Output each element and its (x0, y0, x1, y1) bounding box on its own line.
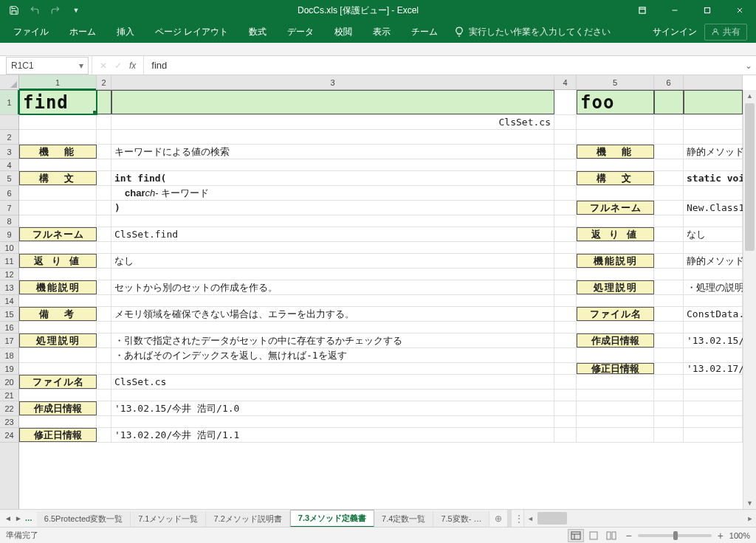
cell[interactable] (554, 348, 577, 362)
label-file[interactable]: ファイル名 (19, 375, 97, 389)
formula-expand-icon[interactable]: ⌄ (741, 60, 756, 71)
cell[interactable] (654, 254, 684, 268)
cell[interactable] (111, 159, 554, 170)
cell-bikou-val[interactable]: メモリ領域を確保できない場合は、エラーを出力する。 (111, 307, 554, 321)
label-return[interactable]: 返 り 値 (19, 254, 97, 268)
tab-options-icon[interactable]: ⋮ (515, 513, 523, 524)
scroll-left-icon[interactable]: ◄ (524, 510, 536, 527)
row-header[interactable]: 1 (0, 90, 18, 115)
cell[interactable] (97, 186, 111, 200)
sheet-tab[interactable]: 7.4定数一覧 (374, 511, 433, 527)
cell[interactable] (654, 201, 684, 215)
cell[interactable] (654, 375, 684, 389)
cell-kinou-val[interactable]: キーワードによる値の検索 (111, 145, 554, 159)
cell[interactable] (19, 115, 97, 129)
cell[interactable] (97, 269, 111, 280)
label-return-r[interactable]: 返 り 値 (577, 227, 654, 241)
row-header[interactable]: 15 (0, 307, 18, 322)
cell[interactable] (684, 348, 743, 362)
add-sheet-button[interactable]: ⊕ (489, 510, 507, 527)
select-all-corner[interactable] (0, 75, 19, 90)
cell-funcdesc-val-r[interactable]: 静的メソッドの (684, 254, 743, 268)
cell[interactable] (654, 333, 684, 347)
cell-created-val[interactable]: '13.02.15/今井 浩司/1.0 (111, 401, 554, 415)
cell[interactable] (684, 130, 743, 144)
cell[interactable] (654, 186, 684, 200)
cell[interactable] (577, 215, 654, 226)
cell[interactable] (97, 130, 111, 144)
scrollbar-thumb[interactable] (745, 103, 755, 251)
cell[interactable] (111, 215, 554, 226)
cell[interactable] (577, 186, 654, 200)
label-file-r[interactable]: ファイル名 (577, 307, 654, 321)
sheet-tab[interactable]: 7.3メソッド定義書 (290, 510, 374, 528)
cell-fullname-val[interactable]: ClsSet.find (111, 227, 554, 241)
zoom-out-button[interactable]: − (625, 530, 631, 542)
cell[interactable] (97, 242, 111, 253)
cell[interactable] (684, 115, 743, 129)
cell[interactable] (577, 375, 654, 389)
horizontal-scrollbar[interactable]: ◄ ► (523, 510, 756, 527)
worksheet-grid[interactable]: 123456 123456789101112131415161718192021… (0, 75, 756, 509)
row-header[interactable]: 5 (0, 171, 18, 186)
row-header[interactable]: 12 (0, 269, 18, 280)
cell-return-val-r[interactable]: なし (684, 227, 743, 241)
cell[interactable] (577, 115, 654, 129)
cell[interactable] (554, 254, 577, 268)
cell[interactable] (97, 215, 111, 226)
cell[interactable] (111, 295, 554, 306)
cell[interactable] (684, 159, 743, 170)
label-created-r[interactable]: 作成日情報 (577, 333, 654, 347)
cell[interactable] (654, 130, 684, 144)
cell[interactable] (554, 295, 577, 306)
cell[interactable] (554, 171, 577, 185)
undo-icon[interactable] (25, 1, 44, 19)
cell-proc2[interactable]: ・あればそのインデックスを返し、無ければ-1を返す (111, 348, 554, 362)
cell-title-foo[interactable]: foo (577, 90, 654, 114)
tab-review[interactable]: 校閲 (324, 21, 362, 43)
label-modified[interactable]: 修正日情報 (19, 428, 97, 442)
zoom-in-button[interactable]: + (718, 530, 724, 542)
cell[interactable] (19, 215, 97, 226)
scroll-up-icon[interactable]: ▲ (743, 90, 756, 102)
cell[interactable] (111, 242, 554, 253)
cell[interactable] (97, 201, 111, 215)
enter-formula-icon[interactable]: ✓ (114, 60, 122, 71)
cell[interactable] (577, 242, 654, 253)
label-funcdesc-r[interactable]: 機能説明 (577, 254, 654, 268)
minimize-icon[interactable] (659, 0, 691, 21)
cell-modified-val-r[interactable]: '13.02.17/今 (684, 363, 743, 374)
tab-data[interactable]: データ (277, 21, 324, 43)
row-header[interactable]: 3 (0, 145, 18, 159)
cell[interactable] (654, 322, 684, 333)
scroll-right-icon[interactable]: ► (744, 510, 756, 527)
tab-formulas[interactable]: 数式 (238, 21, 277, 43)
cell[interactable] (554, 242, 577, 253)
cell[interactable] (654, 227, 684, 241)
label-fullname[interactable]: フルネーム (19, 227, 97, 241)
cell[interactable] (654, 171, 684, 185)
row-header[interactable] (0, 115, 18, 130)
cell[interactable] (684, 390, 743, 401)
cell-kinou-val-r[interactable]: 静的メソッドの (684, 145, 743, 159)
cell[interactable] (654, 401, 684, 415)
cell[interactable] (554, 186, 577, 200)
qat-dropdown-icon[interactable]: ▼ (66, 1, 86, 19)
tab-home[interactable]: ホーム (59, 21, 106, 43)
sheet-tab[interactable]: 6.5Protected変数一覧 (37, 511, 131, 527)
column-header[interactable] (684, 75, 743, 89)
sheet-tab[interactable]: 7.2メソッド説明書 (206, 511, 289, 527)
cell[interactable] (684, 401, 743, 415)
cell[interactable] (654, 390, 684, 401)
cell[interactable] (654, 269, 684, 280)
label-proc-r[interactable]: 処理説明 (577, 280, 654, 294)
row-header[interactable]: 18 (0, 348, 18, 363)
cell[interactable] (554, 333, 577, 347)
zoom-slider[interactable] (638, 534, 712, 537)
label-kinou-r[interactable]: 機 能 (577, 145, 654, 159)
cell[interactable] (97, 171, 111, 185)
cell[interactable] (97, 322, 111, 333)
cell[interactable] (654, 115, 684, 129)
cell[interactable] (111, 322, 554, 333)
cell[interactable] (684, 242, 743, 253)
